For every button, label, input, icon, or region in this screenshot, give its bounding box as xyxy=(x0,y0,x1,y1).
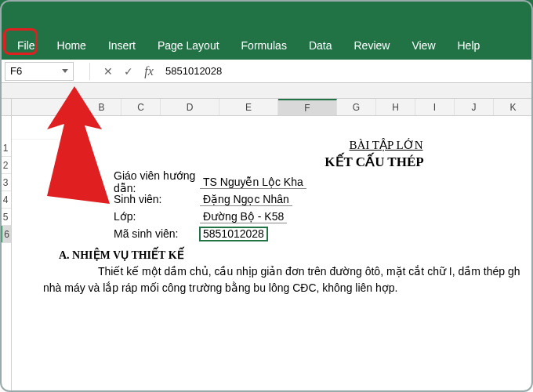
tab-file[interactable]: File xyxy=(6,33,46,58)
doc-field-value[interactable]: Đường Bộ - K58 xyxy=(200,210,287,223)
tab-formulas[interactable]: Formulas xyxy=(230,33,298,58)
tab-review[interactable]: Review xyxy=(343,33,401,58)
separator xyxy=(89,63,90,80)
column-header-d[interactable]: D xyxy=(161,99,219,115)
formula-bar: F6 ✕ ✓ fx xyxy=(0,60,533,83)
title-bar xyxy=(0,0,533,31)
row-header-3[interactable]: 3 xyxy=(0,174,11,191)
doc-field-label: Mã sinh viên: xyxy=(59,227,200,240)
doc-field-row: Giáo viên hướng dẫn:TS Nguyễn Lộc Kha xyxy=(59,173,533,191)
body-text: Thiết kế một dầm chủ, cầu nhịp giản đơn … xyxy=(59,263,533,296)
column-headers: ABCDEFGHIJK xyxy=(12,99,533,116)
column-header-j[interactable]: J xyxy=(455,99,494,115)
doc-field-label: Lớp: xyxy=(59,210,200,223)
row-gutter: 123456 xyxy=(0,99,12,392)
formula-input[interactable] xyxy=(159,62,533,81)
active-cell[interactable]: 5851012028 xyxy=(200,227,267,241)
name-box-value: F6 xyxy=(10,65,22,77)
ribbon-tabs: File Home Insert Page Layout Formulas Da… xyxy=(0,31,533,60)
sheet-area: 123456 ABCDEFGHIJK BÀI TẬP LỚN KẾT CẤU T… xyxy=(0,99,533,392)
column-header-k[interactable]: K xyxy=(494,99,533,115)
tab-insert[interactable]: Insert xyxy=(97,33,147,58)
doc-title-upper: BÀI TẬP LỚN xyxy=(223,138,533,152)
column-header-c[interactable]: C xyxy=(121,99,161,115)
doc-field-label: Sinh viên: xyxy=(59,193,200,205)
doc-field-row: Lớp:Đường Bộ - K58 xyxy=(59,208,533,225)
tab-home[interactable]: Home xyxy=(46,33,97,58)
grid[interactable]: ABCDEFGHIJK BÀI TẬP LỚN KẾT CẤU THÉP Giá… xyxy=(12,99,533,392)
document-content: BÀI TẬP LỚN KẾT CẤU THÉP Giáo viên hướng… xyxy=(59,138,533,296)
enter-icon[interactable]: ✓ xyxy=(118,65,139,78)
row-header-5[interactable]: 5 xyxy=(0,209,11,226)
horizontal-ruler xyxy=(0,83,533,99)
name-box[interactable]: F6 xyxy=(5,62,74,81)
tab-data[interactable]: Data xyxy=(298,33,343,58)
column-header-b[interactable]: B xyxy=(82,99,121,115)
doc-field-row: Mã sinh viên:5851012028 xyxy=(59,225,533,242)
tab-help[interactable]: Help xyxy=(447,33,491,58)
doc-field-value[interactable]: TS Nguyễn Lộc Kha xyxy=(200,176,306,189)
select-all-corner[interactable] xyxy=(0,99,11,116)
cancel-icon[interactable]: ✕ xyxy=(98,65,118,78)
row-header-6[interactable]: 6 xyxy=(0,226,11,243)
column-header-i[interactable]: I xyxy=(415,99,455,115)
doc-field-label: Giáo viên hướng dẫn: xyxy=(59,169,200,194)
doc-field-row: Sinh viên:Đặng Ngọc Nhân xyxy=(59,191,533,208)
doc-field-value[interactable]: Đặng Ngọc Nhân xyxy=(200,193,292,206)
doc-title-main: KẾT CẤU THÉP xyxy=(200,154,533,170)
fx-icon[interactable]: fx xyxy=(139,64,159,78)
column-header-g[interactable]: G xyxy=(337,99,376,115)
row-header-4[interactable]: 4 xyxy=(0,191,11,209)
column-header-h[interactable]: H xyxy=(376,99,415,115)
column-header-f[interactable]: F xyxy=(278,99,337,115)
tab-page-layout[interactable]: Page Layout xyxy=(147,33,230,58)
tab-view[interactable]: View xyxy=(401,33,446,58)
row-header-1[interactable]: 1 xyxy=(0,140,11,157)
column-header-e[interactable]: E xyxy=(219,99,278,115)
chevron-down-icon[interactable] xyxy=(62,69,68,73)
row-header-2[interactable]: 2 xyxy=(0,157,11,174)
section-heading: A. NHIỆM VỤ THIẾT KẾ xyxy=(59,249,533,262)
column-header-a[interactable]: A xyxy=(59,99,82,115)
